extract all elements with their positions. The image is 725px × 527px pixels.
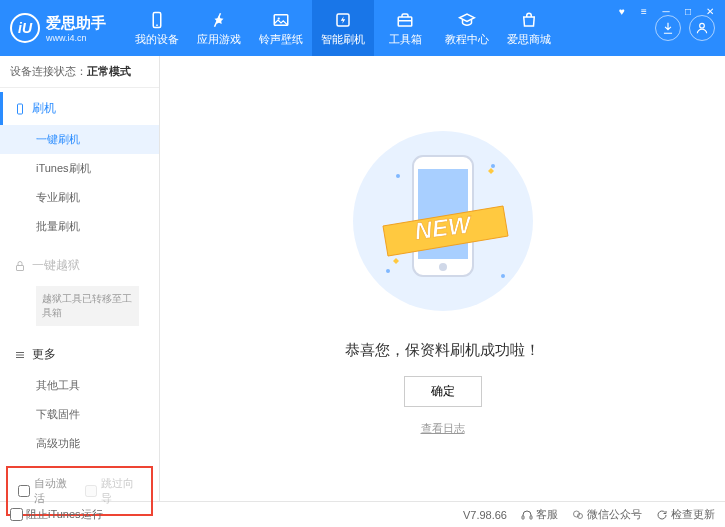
nav-toolbox[interactable]: 工具箱 (374, 0, 436, 56)
image-icon (271, 10, 291, 30)
lock-icon (14, 260, 26, 272)
footer-support[interactable]: 客服 (521, 507, 558, 522)
sidebar-item-oneclick[interactable]: 一键刷机 (0, 125, 159, 154)
logo-title: 爱思助手 (46, 14, 106, 33)
svg-point-21 (501, 274, 505, 278)
sidebar-item-batch[interactable]: 批量刷机 (0, 212, 159, 241)
success-illustration: NEW (343, 121, 543, 321)
headset-icon (521, 509, 533, 521)
flash-small-icon (14, 103, 26, 115)
version-label: V7.98.66 (463, 509, 507, 521)
view-log-link[interactable]: 查看日志 (421, 421, 465, 436)
nav-tutorials[interactable]: 教程中心 (436, 0, 498, 56)
main-nav: 我的设备 应用游戏 铃声壁纸 智能刷机 工具箱 教程中心 爱思商城 (126, 0, 655, 56)
flash-icon (333, 10, 353, 30)
user-button[interactable] (689, 15, 715, 41)
svg-point-20 (491, 164, 495, 168)
footer-check-update[interactable]: 检查更新 (656, 507, 715, 522)
sidebar-item-other-tools[interactable]: 其他工具 (0, 371, 159, 400)
logo-subtitle: www.i4.cn (46, 33, 106, 43)
toolbox-icon (395, 10, 415, 30)
nav-ringtones[interactable]: 铃声壁纸 (250, 0, 312, 56)
menu-lines-icon (14, 349, 26, 361)
svg-point-7 (700, 23, 705, 28)
minimize-icon[interactable]: ─ (659, 4, 673, 18)
sidebar-item-pro[interactable]: 专业刷机 (0, 183, 159, 212)
success-message: 恭喜您，保资料刷机成功啦！ (345, 341, 540, 360)
nav-apps[interactable]: 应用游戏 (188, 0, 250, 56)
svg-rect-24 (530, 516, 532, 519)
svg-point-19 (396, 174, 400, 178)
app-logo: iU 爱思助手 www.i4.cn (10, 13, 106, 43)
sidebar-jailbreak-header: 一键越狱 (0, 249, 159, 282)
jailbreak-notice: 越狱工具已转移至工具箱 (36, 286, 139, 326)
menu-icon[interactable]: ≡ (637, 4, 651, 18)
svg-rect-8 (18, 104, 23, 114)
sidebar-item-advanced[interactable]: 高级功能 (0, 429, 159, 458)
close-icon[interactable]: ✕ (703, 4, 717, 18)
svg-point-22 (386, 269, 390, 273)
logo-badge: iU (10, 13, 40, 43)
checkbox-auto-activate[interactable]: 自动激活 (18, 476, 75, 506)
device-status: 设备连接状态：正常模式 (0, 56, 159, 88)
bag-icon (519, 10, 539, 30)
sidebar: 设备连接状态：正常模式 刷机 一键刷机 iTunes刷机 专业刷机 批量刷机 一… (0, 56, 160, 501)
svg-point-17 (439, 263, 447, 271)
download-button[interactable] (655, 15, 681, 41)
sidebar-more-header[interactable]: 更多 (0, 338, 159, 371)
graduation-icon (457, 10, 477, 30)
footer-wechat[interactable]: 微信公众号 (572, 507, 642, 522)
sidebar-item-itunes[interactable]: iTunes刷机 (0, 154, 159, 183)
svg-rect-23 (522, 516, 524, 519)
maximize-icon[interactable]: □ (681, 4, 695, 18)
nav-store[interactable]: 爱思商城 (498, 0, 560, 56)
checkbox-block-itunes[interactable]: 阻止iTunes运行 (10, 507, 103, 522)
main-content: NEW 恭喜您，保资料刷机成功啦！ 确定 查看日志 (160, 56, 725, 501)
svg-rect-9 (17, 265, 24, 270)
refresh-icon (656, 509, 668, 521)
phone-icon (147, 10, 167, 30)
ok-button[interactable]: 确定 (404, 376, 482, 407)
gift-icon[interactable]: ♥ (615, 4, 629, 18)
checkbox-skip-guide[interactable]: 跳过向导 (85, 476, 142, 506)
app-icon (209, 10, 229, 30)
nav-my-device[interactable]: 我的设备 (126, 0, 188, 56)
sidebar-flash-header[interactable]: 刷机 (0, 92, 159, 125)
nav-flash[interactable]: 智能刷机 (312, 0, 374, 56)
wechat-icon (572, 509, 584, 521)
sidebar-item-download-fw[interactable]: 下载固件 (0, 400, 159, 429)
